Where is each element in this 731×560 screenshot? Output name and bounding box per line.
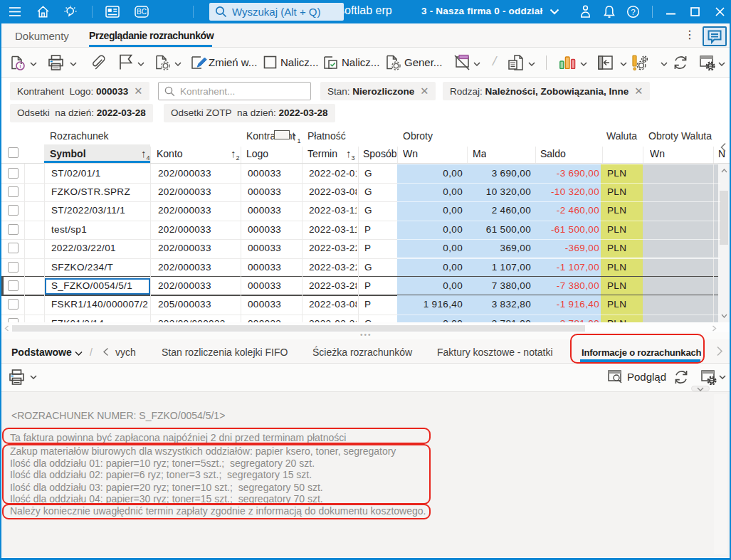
svg-text:i: i — [20, 63, 21, 70]
svg-text:?: ? — [631, 8, 635, 16]
svg-text:BC: BC — [137, 8, 147, 16]
